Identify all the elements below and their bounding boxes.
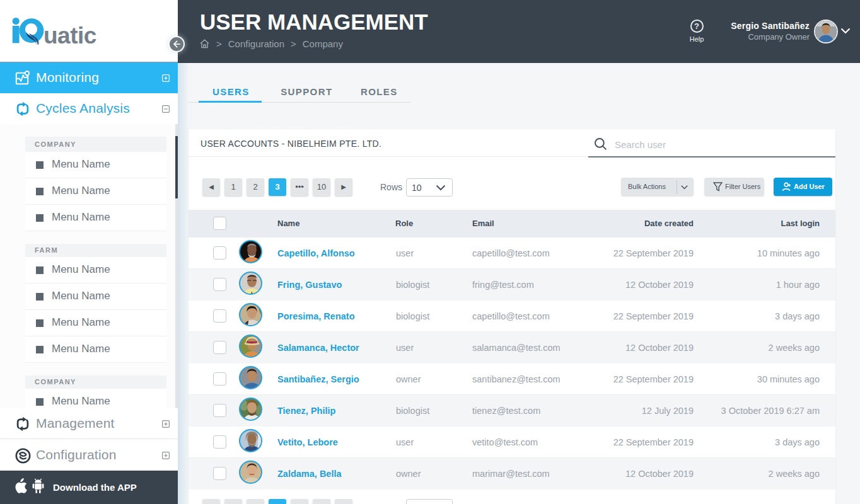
svg-text:uatic: uatic bbox=[44, 23, 96, 49]
